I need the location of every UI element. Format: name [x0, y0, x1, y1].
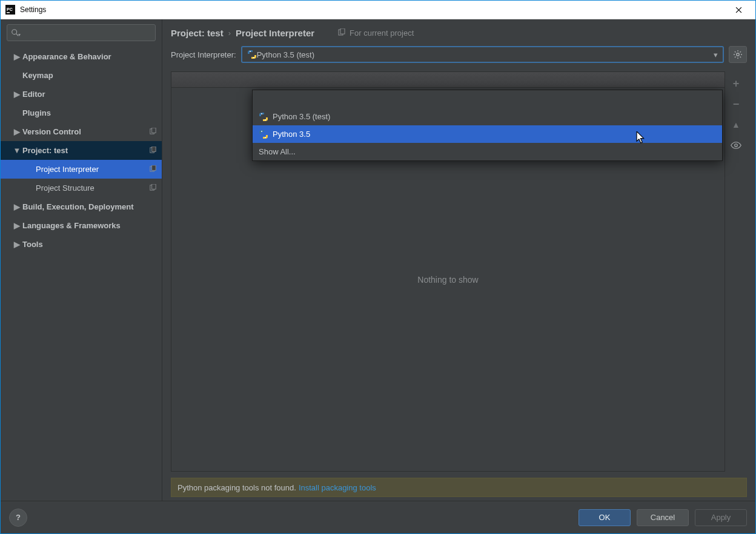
sidebar-item-editor[interactable]: ▶Editor [1, 85, 162, 104]
project-scope-icon [149, 128, 157, 136]
interpreter-select[interactable]: Python 3.5 (test) ▾ [241, 46, 724, 63]
interpreter-label: Project Interpreter: [171, 50, 236, 59]
svg-line-24 [735, 57, 735, 58]
chevron-down-icon: ▼ [13, 146, 21, 155]
interpreter-dropdown: Python 3.5 (test)Python 3.5Show All... [252, 90, 723, 161]
svg-point-30 [265, 137, 266, 138]
svg-rect-2 [7, 12, 10, 13]
chevron-right-icon: ▶ [13, 202, 21, 211]
gear-icon [733, 50, 743, 59]
chevron-right-icon: ▶ [13, 52, 21, 61]
sidebar-item-label: Project: test [22, 146, 68, 155]
interpreter-option-label: Python 3.5 (test) [273, 112, 330, 121]
interpreter-option-label: Python 3.5 [273, 130, 310, 139]
svg-rect-6 [152, 128, 156, 133]
sidebar-item-label: Version Control [22, 127, 81, 136]
upgrade-package-button[interactable]: ▲ [730, 119, 742, 131]
cancel-button[interactable]: Cancel [637, 509, 689, 526]
breadcrumb: Project: test › Project Interpreter For … [162, 19, 755, 46]
packages-table-header [171, 72, 724, 88]
svg-point-17 [737, 53, 739, 56]
sidebar-item-plugins[interactable]: Plugins [1, 104, 162, 122]
project-scope-icon [149, 184, 157, 192]
dialog-footer: ? OK Cancel Apply [1, 501, 755, 533]
chevron-right-icon: › [228, 28, 231, 38]
interpreter-option[interactable] [253, 90, 722, 108]
svg-line-22 [735, 51, 735, 52]
sidebar-item-label: Project Interpreter [36, 165, 99, 174]
context-hint: For current project [337, 28, 414, 38]
sidebar-item-project-interpreter[interactable]: Project Interpreter [1, 160, 162, 179]
show-early-releases-button[interactable] [730, 139, 742, 151]
svg-text:PC: PC [7, 7, 13, 12]
chevron-right-icon: ▶ [13, 240, 21, 249]
sidebar-item-version-control[interactable]: ▶Version Control [1, 122, 162, 141]
sidebar-item-project-structure[interactable]: Project Structure [1, 179, 162, 197]
sidebar-item-project-test[interactable]: ▼Project: test [1, 141, 162, 160]
svg-rect-8 [152, 147, 156, 151]
sidebar-item-label: Languages & Frameworks [22, 221, 121, 230]
svg-point-29 [261, 131, 262, 132]
pycharm-icon: PC [5, 5, 15, 15]
titlebar: PC Settings [1, 1, 755, 19]
remove-package-button[interactable]: − [730, 98, 742, 110]
warning-banner: Python packaging tools not found. Instal… [171, 478, 747, 497]
interpreter-settings-button[interactable] [729, 46, 747, 63]
svg-point-16 [253, 57, 254, 58]
close-button[interactable] [726, 1, 751, 18]
sidebar-item-languages-frameworks[interactable]: ▶Languages & Frameworks [1, 216, 162, 235]
python-icon [247, 50, 257, 59]
chevron-down-icon: ▾ [714, 50, 718, 59]
interpreter-option[interactable]: Show All... [253, 143, 722, 160]
copy-icon [337, 28, 346, 37]
install-packaging-link[interactable]: Install packaging tools [299, 483, 376, 492]
svg-point-3 [12, 30, 17, 35]
svg-rect-12 [152, 184, 156, 189]
sidebar-item-tools[interactable]: ▶Tools [1, 235, 162, 254]
svg-line-23 [740, 57, 741, 58]
settings-sidebar: ▾ ▶Appearance & BehaviorKeymap▶EditorPlu… [1, 19, 162, 501]
settings-tree: ▶Appearance & BehaviorKeymap▶EditorPlugi… [1, 47, 162, 501]
breadcrumb-root[interactable]: Project: test [171, 28, 224, 38]
svg-point-26 [735, 144, 738, 147]
interpreter-option-label: Show All... [259, 147, 296, 156]
sidebar-item-label: Tools [22, 240, 43, 249]
help-button[interactable]: ? [9, 509, 27, 527]
svg-point-15 [250, 51, 251, 52]
python-icon [259, 112, 268, 122]
project-scope-icon [149, 165, 157, 173]
interpreter-option[interactable]: Python 3.5 [253, 125, 722, 143]
sidebar-item-label: Build, Execution, Deployment [22, 202, 133, 211]
packages-toolbar: + − ▲ [725, 71, 747, 472]
sidebar-item-build-execution-deployment[interactable]: ▶Build, Execution, Deployment [1, 197, 162, 216]
chevron-right-icon: ▶ [13, 127, 21, 136]
window-title: Settings [20, 5, 46, 14]
warning-text: Python packaging tools not found. [177, 483, 296, 492]
chevron-right-icon: ▶ [13, 90, 21, 99]
interpreter-selected-value: Python 3.5 (test) [257, 50, 314, 59]
svg-line-25 [740, 51, 741, 52]
project-scope-icon [149, 147, 157, 154]
chevron-right-icon: ▶ [13, 221, 21, 230]
sidebar-item-label: Project Structure [36, 183, 94, 193]
interpreter-option[interactable]: Python 3.5 (test) [253, 108, 722, 125]
eye-icon [731, 140, 741, 151]
svg-point-27 [261, 113, 262, 114]
python-icon [259, 130, 268, 139]
sidebar-item-appearance-behavior[interactable]: ▶Appearance & Behavior [1, 47, 162, 66]
svg-rect-10 [152, 165, 156, 170]
svg-point-28 [265, 119, 266, 120]
search-input[interactable]: ▾ [7, 24, 156, 41]
ok-button[interactable]: OK [579, 509, 631, 526]
apply-button[interactable]: Apply [695, 509, 747, 526]
breadcrumb-leaf: Project Interpreter [236, 28, 314, 38]
add-package-button[interactable]: + [730, 77, 742, 90]
settings-content: Project: test › Project Interpreter For … [162, 19, 755, 501]
sidebar-item-label: Appearance & Behavior [22, 52, 111, 61]
sidebar-item-label: Keymap [22, 71, 53, 80]
sidebar-item-keymap[interactable]: Keymap [1, 66, 162, 85]
sidebar-item-label: Editor [22, 90, 45, 99]
svg-rect-14 [340, 28, 345, 34]
sidebar-item-label: Plugins [22, 108, 51, 117]
